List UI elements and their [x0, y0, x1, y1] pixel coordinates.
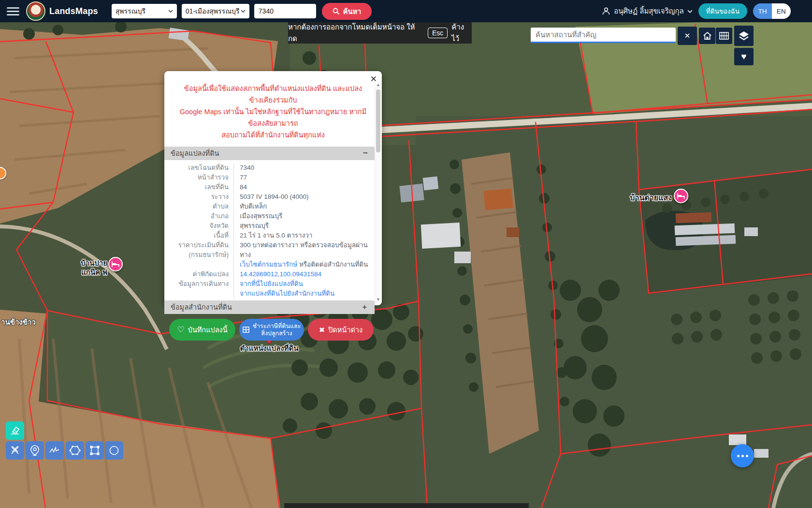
search-button[interactable]: ค้นหา [322, 3, 372, 20]
scrollbar-thumb[interactable] [376, 90, 380, 152]
price-label-line1: ราคาประเมินที่ดิน [164, 240, 229, 250]
disclaimer-line1: ข้อมูลนี้เพื่อใช้แสดงสภาพพื้นที่ตำแหน่งแ… [179, 83, 367, 106]
user-menu[interactable]: อนุศิษฏ์ ลิ้มสุขเจริญกุล [602, 5, 692, 17]
place-search-input[interactable] [531, 28, 676, 43]
disclaimer-line2: Google Maps เท่านั้น ไม่ใช่หลักฐานที่ใช้… [179, 106, 367, 129]
draw-tool-button[interactable] [6, 441, 24, 460]
disclaimer-line3: สอบถามได้ที่สำนักงานที่ดินทุกแห่ง [179, 129, 367, 141]
satellite-map [0, 0, 812, 508]
coordinates-link[interactable]: 14.42869012,100.09431584 [240, 270, 321, 278]
eraser-tool-button[interactable] [6, 421, 24, 440]
amphoe-select[interactable]: 01-เมืองสุพรรณบุรี [182, 4, 249, 18]
top-navbar: LandsMaps สุพรรณบุรี 01-เมืองสุพรรณบุรี … [0, 0, 812, 22]
heart-outline-icon: ♡ [177, 325, 184, 335]
pin-caption: ตำแหน่งแปลงที่ดิน [231, 343, 308, 354]
pin-tool-icon [30, 445, 39, 456]
poi-left-line1: บ้านปาย [81, 258, 107, 268]
polyline-tool-button[interactable] [45, 441, 64, 460]
poi-lodging-marker-left[interactable] [108, 257, 123, 271]
user-icon [602, 7, 610, 15]
collapse-section-button[interactable]: − [363, 147, 368, 160]
price-value-line1: 300 บาทต่อตารางวา หรือตรวจสอบข้อมูลผ่านท… [240, 240, 369, 260]
lang-th-button[interactable]: TH [753, 3, 772, 19]
table-row-coords: ค่าพิกัดแปลง 14.42869012,100.09431584 [164, 269, 382, 279]
route-to-parcel-link[interactable]: จากที่นี่ไปยังแปลงที่ดิน [240, 280, 303, 287]
table-row: จังหวัดสุพรรณบุรี [164, 221, 382, 231]
office-section-header[interactable]: ข้อมูลสำนักงานที่ดิน ＋ [164, 300, 375, 314]
route-to-office-link[interactable]: จากแปลงที่ดินไปยังสำนักงานที่ดิน [240, 290, 334, 297]
more-actions-fab[interactable] [731, 444, 754, 467]
table-row-travel: ข้อมูลการเดินทาง จากที่นี่ไปยังแปลงที่ดิ… [164, 279, 382, 299]
point-tool-button[interactable] [26, 441, 44, 460]
bed-icon [112, 261, 119, 267]
province-select-value: สุพรรณบุรี [116, 6, 145, 16]
parcel-section-header[interactable]: ข้อมูลแปลงที่ดิน − [164, 147, 375, 160]
close-icon: ✖ [319, 326, 325, 334]
toast-text-after: ค้างไว้ [451, 21, 472, 45]
menu-icon[interactable] [7, 7, 19, 15]
layers-button[interactable] [734, 26, 754, 46]
polyline-icon [49, 446, 60, 455]
search-button-label: ค้นหา [343, 6, 361, 17]
poi-left-line2: แกนิค ฟ [81, 268, 107, 277]
search-icon [333, 8, 340, 15]
price-value-line2: เว็บไซต์กรมธนารักษ์ หรือติดต่อสำนักงานที… [240, 260, 369, 269]
table-row: อำเภอเมืองสุพรรณบุรี [164, 211, 382, 221]
popup-actions: ♡ บันทึกแปลงนี้ ชำระภาษีที่ดินและสิ่งปลู… [164, 314, 382, 341]
amphoe-select-value: 01-เมืองสุพรรณบุรี [186, 6, 240, 16]
poi-left-label: บ้านปาย แกนิค ฟ [81, 258, 107, 277]
parcel-info-popup: ✕ ข้อมูลนี้เพื่อใช้แสดงสภาพพื้นที่ตำแหน่… [164, 71, 382, 305]
chevron-down-icon [168, 10, 173, 13]
rectangle-icon [89, 445, 100, 456]
polygon-tool-button[interactable] [66, 441, 84, 460]
edge-place-label: านข้างข้าว [1, 316, 36, 328]
price-label-line2: (กรมธนารักษ์) [164, 250, 229, 260]
table-row-price: ราคาประเมินที่ดิน (กรมธนารักษ์) 300 บาทต… [164, 240, 382, 269]
popup-close-icon[interactable]: ✕ [370, 74, 377, 84]
bottom-toast-edge [284, 503, 529, 508]
toast-text-before: หากต้องการออกจากโหมดเต็มหน้าจอ ให้กด [288, 21, 424, 45]
poi-lodging-marker-right[interactable] [674, 189, 688, 203]
fullscreen-exit-toast: หากต้องการออกจากโหมดเต็มหน้าจอ ให้กด Esc… [288, 22, 472, 44]
user-name: อนุศิษฏ์ ลิ้มสุขเจริญกุล [614, 5, 683, 17]
table-row: ระวาง5037 IV 1894-00 (4000) [164, 192, 382, 202]
home-icon [703, 31, 712, 40]
disclaimer-text: ข้อมูลนี้เพื่อใช้แสดงสภาพพื้นที่ตำแหน่งแ… [164, 71, 382, 147]
home-extent-button[interactable] [699, 28, 715, 44]
rectangle-tool-button[interactable] [86, 441, 104, 460]
table-row: หน้าสำรวจ77 [164, 173, 382, 182]
treasury-website-link[interactable]: เว็บไซต์กรมธนารักษ์ [240, 261, 297, 268]
tax-building-icon [243, 327, 249, 333]
clear-search-button[interactable]: ✕ [678, 27, 697, 45]
lang-en-button[interactable]: EN [772, 3, 791, 19]
popup-scrollbar[interactable]: ▲ ▼ [375, 81, 381, 303]
circle-icon [109, 445, 119, 456]
crossed-pencils-icon [10, 445, 20, 456]
scroll-down-icon[interactable]: ▼ [375, 297, 381, 302]
esc-key-badge: Esc [428, 28, 448, 38]
parcel-number-input[interactable] [254, 4, 316, 18]
parcel-section-title: ข้อมูลแปลงที่ดิน [171, 149, 219, 157]
table-row: เลขโฉนดที่ดิน7340 [164, 163, 382, 173]
chevron-down-icon [241, 10, 246, 13]
bed-icon [677, 193, 685, 199]
circle-tool-button[interactable] [105, 441, 123, 460]
favorites-button[interactable]: ♥ [734, 48, 754, 65]
app-title: LandsMaps [49, 6, 98, 16]
save-parcel-button[interactable]: ♡ บันทึกแปลงนี้ [169, 319, 235, 341]
department-of-lands-logo [26, 1, 45, 21]
expand-section-button[interactable]: ＋ [361, 300, 368, 314]
layers-icon [739, 31, 749, 41]
close-window-button[interactable]: ✖ ปิดหน้าต่าง [308, 319, 374, 341]
language-toggle: TH EN [753, 3, 791, 19]
my-land-button[interactable]: ที่ดินของฉัน [698, 3, 747, 19]
province-select[interactable]: สุพรรณบุรี [112, 4, 177, 18]
polygon-icon [69, 445, 81, 456]
map-canvas[interactable]: ตำแหน่งแปลงที่ดิน บ้านต่ายแสง บ้านปาย แก… [0, 0, 812, 508]
landsmaps-app: ตำแหน่งแปลงที่ดิน บ้านต่ายแสง บ้านปาย แก… [0, 0, 812, 508]
office-section-title: ข้อมูลสำนักงานที่ดิน [171, 303, 232, 311]
grid-sheet-button[interactable] [716, 28, 732, 44]
pay-tax-button[interactable]: ชำระภาษีที่ดินและสิ่งปลูกสร้าง [239, 319, 304, 341]
table-row: เลขที่ดิน84 [164, 182, 382, 192]
eraser-icon [10, 426, 20, 435]
